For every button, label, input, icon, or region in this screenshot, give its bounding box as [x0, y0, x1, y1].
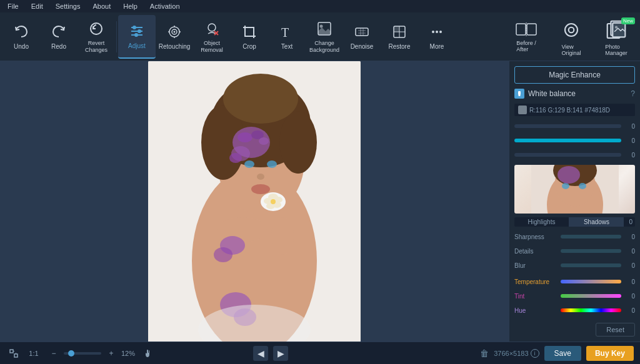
svg-rect-71: [284, 220, 289, 239]
zoom-out-button[interactable]: −: [46, 346, 61, 361]
change-background-label: Change Background: [309, 40, 339, 54]
svg-point-81: [558, 166, 580, 184]
sharpness-slider[interactable]: [561, 235, 621, 239]
save-button[interactable]: Save: [544, 346, 581, 361]
more-button[interactable]: More: [418, 15, 456, 59]
slider-row-1: 0: [514, 120, 635, 132]
retouching-button[interactable]: Retouching: [156, 15, 193, 59]
slider-3-track[interactable]: [514, 153, 621, 157]
menu-settings[interactable]: Settings: [53, 1, 83, 11]
hue-slider[interactable]: [561, 308, 621, 312]
hand-tool-button[interactable]: [140, 346, 155, 361]
zoom-thumb: [68, 350, 74, 357]
menu-edit[interactable]: Edit: [29, 1, 46, 11]
blur-slider[interactable]: [561, 263, 621, 267]
svg-point-14: [208, 24, 216, 31]
menu-about[interactable]: About: [90, 1, 113, 11]
toolbar: Undo Redo Revert Changes Adjust: [0, 12, 640, 61]
svg-point-6: [134, 33, 138, 37]
hue-row: Hue 0: [514, 304, 635, 317]
crop-button[interactable]: Crop: [231, 15, 268, 59]
text-label: Text: [281, 43, 292, 51]
reset-button[interactable]: Reset: [596, 323, 635, 337]
white-balance-title: White balance: [528, 89, 627, 98]
svg-point-49: [257, 174, 264, 180]
tint-slider[interactable]: [561, 294, 621, 298]
next-photo-button[interactable]: ▶: [273, 346, 288, 361]
zoom-1-1-button[interactable]: 1:1: [26, 346, 41, 361]
restore-label: Restore: [388, 43, 410, 51]
color-info-text: R:116 G:129 B:141 #74818D: [529, 107, 610, 114]
delete-button[interactable]: 🗑: [480, 348, 489, 358]
menu-file[interactable]: File: [5, 1, 21, 11]
before-after-button[interactable]: Before / After: [505, 15, 548, 59]
bottom-right: 🗑 3766×5183 i Save Buy Key: [480, 346, 634, 361]
highlights-shadows-row: Highlights Shadows 0: [514, 217, 635, 227]
magic-enhance-button[interactable]: Magic Enhance: [514, 66, 635, 84]
buy-key-button[interactable]: Buy Key: [586, 346, 634, 361]
zoom-percent: 12%: [121, 350, 135, 357]
slider-2-track[interactable]: [514, 139, 621, 142]
zoom-in-button[interactable]: +: [104, 346, 119, 361]
slider-row-3: 0: [514, 149, 635, 161]
undo-button[interactable]: Undo: [2, 15, 40, 59]
menu-activation[interactable]: Activation: [148, 1, 182, 11]
undo-icon: [12, 23, 30, 41]
shadows-button[interactable]: Shadows: [569, 217, 624, 227]
sharpness-row: Sharpness 0: [514, 230, 635, 243]
menu-help[interactable]: Help: [121, 1, 140, 11]
restore-button[interactable]: Restore: [381, 15, 418, 59]
view-original-label: View Original: [561, 44, 581, 56]
svg-point-28: [432, 31, 434, 33]
denoise-button[interactable]: Denoise: [343, 15, 381, 59]
highlights-button[interactable]: Highlights: [514, 217, 569, 227]
hue-value: 0: [624, 307, 635, 314]
zoom-control: − + 12%: [46, 346, 135, 361]
white-balance-section-header: White balance ?: [514, 87, 635, 100]
svg-rect-83: [14, 354, 18, 357]
object-removal-button[interactable]: Object Removal: [193, 15, 231, 59]
brush-icon: [516, 91, 522, 97]
crop-label: Crop: [242, 43, 256, 51]
photo-manager-button[interactable]: New Photo Manager: [595, 15, 638, 59]
zoom-slider[interactable]: [64, 352, 101, 355]
adjust-icon: [128, 22, 146, 40]
help-button[interactable]: ?: [631, 89, 635, 98]
photo-container: [148, 61, 361, 342]
menu-bar: File Edit Settings About Help Activation: [0, 0, 640, 12]
redo-icon: [50, 23, 68, 41]
text-button[interactable]: T Text: [268, 15, 306, 59]
svg-point-61: [259, 137, 269, 145]
retouching-label: Retouching: [159, 43, 191, 51]
revert-button[interactable]: Revert Changes: [78, 15, 115, 59]
bottom-bar: 1:1 − + 12% ◀ ▶ 🗑 3766×5183 i Save Buy K…: [0, 342, 640, 364]
dimensions-text: 3766×5183 i: [494, 349, 539, 358]
denoise-icon: [353, 23, 371, 41]
view-original-button[interactable]: View Original: [550, 15, 592, 59]
change-background-button[interactable]: Change Background: [306, 15, 343, 59]
canvas-area[interactable]: [0, 61, 509, 342]
redo-button[interactable]: Redo: [40, 15, 78, 59]
fit-screen-button[interactable]: [6, 346, 21, 361]
prev-photo-button[interactable]: ◀: [253, 346, 268, 361]
fit-screen-icon: [9, 348, 19, 358]
shadows-slider-value: 0: [624, 219, 635, 225]
details-value: 0: [624, 248, 635, 255]
svg-point-59: [238, 132, 252, 142]
svg-point-35: [569, 27, 574, 32]
svg-rect-73: [518, 91, 521, 95]
svg-rect-82: [10, 350, 13, 353]
svg-point-46: [223, 74, 298, 124]
slider-1-track[interactable]: [514, 124, 621, 128]
slider-2-value: 0: [624, 137, 635, 144]
slider-3-value: 0: [624, 152, 635, 159]
change-background-icon: [316, 20, 333, 37]
details-slider[interactable]: [561, 249, 621, 253]
temperature-value: 0: [624, 278, 635, 285]
temperature-slider[interactable]: [561, 280, 621, 283]
adjust-button[interactable]: Adjust: [118, 15, 156, 59]
info-icon[interactable]: i: [531, 349, 539, 358]
blur-row: Blur 0: [514, 259, 635, 272]
svg-point-57: [271, 199, 276, 204]
sharpness-label: Sharpness: [514, 234, 558, 240]
